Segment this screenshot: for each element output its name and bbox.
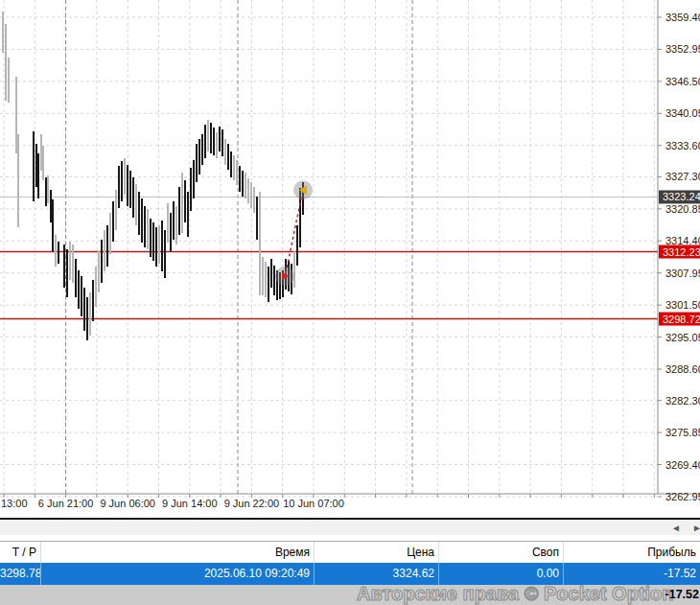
price-tick-label: 3262.95 [665, 491, 700, 502]
trading-terminal-window: 3359.403352.953346.503340.053333.603327.… [0, 0, 700, 605]
column-header-price[interactable]: Цена [315, 542, 439, 563]
time-tick-label: 13:00 [1, 498, 28, 509]
position-cell-price: 3324.62 [315, 563, 439, 585]
price-tick-label: 3301.50 [665, 299, 700, 311]
time-tick-label: 10 Jun 07:00 [283, 498, 344, 509]
position-cell-swap: 0.00 [439, 563, 564, 585]
column-header-tp[interactable]: Т / Р [0, 542, 41, 563]
price-tick-label: 3352.95 [665, 43, 700, 55]
pocket-option-watermark: Авторские права © Pocket Option [357, 584, 674, 604]
scroll-left-icon[interactable]: ◄ [671, 521, 681, 535]
trade-exit-marker[interactable] [293, 180, 313, 199]
price-tick-label: 3340.05 [665, 107, 700, 119]
position-cell-tp: 3298.78 [0, 563, 41, 585]
price-bars [3, 12, 303, 340]
time-axis-labels[interactable]: 13:006 Jun 21:009 Jun 06:009 Jun 14:009 … [1, 498, 344, 509]
time-tick-label: 9 Jun 22:00 [224, 498, 280, 509]
price-tick-label: 3359.40 [665, 12, 700, 23]
positions-table-header: Т / РВремяЦенаСвопПрибыль [0, 541, 700, 563]
column-header-swap[interactable]: Своп [439, 542, 564, 563]
price-tick-label: 3288.60 [665, 363, 700, 375]
profit-total: -17.52 [665, 588, 699, 601]
table-footer: Авторские права © Pocket Option -17.52 [0, 585, 700, 605]
price-badge-0: 3323.24 [659, 190, 700, 203]
price-tick-label: 3327.30 [665, 171, 700, 182]
column-header-time[interactable]: Время [41, 542, 315, 563]
price-badge-1: 3312.23 [659, 245, 700, 259]
price-tick-label: 3269.40 [665, 459, 700, 471]
price-chart-canvas[interactable]: 3359.403352.953346.503340.053333.603327.… [0, 0, 700, 518]
time-tick-label: 6 Jun 21:00 [38, 498, 94, 509]
price-tick-label: 3307.95 [665, 268, 700, 279]
price-tick-label: 3295.05 [665, 332, 700, 343]
period-separators [66, 0, 412, 494]
horizontal-scrollbar[interactable]: ◄ ► [0, 518, 700, 535]
svg-text:3298.72: 3298.72 [663, 314, 700, 325]
time-tick-label: 9 Jun 14:00 [162, 498, 218, 509]
position-row[interactable]: 3298.782025.06.10 09:20:493324.620.00-17… [0, 563, 700, 585]
trade-entry-marker[interactable] [275, 267, 294, 286]
positions-table: Т / РВремяЦенаСвопПрибыль 3298.782025.06… [0, 541, 700, 585]
time-tick-label: 9 Jun 06:00 [100, 498, 155, 509]
position-cell-profit: -17.52 [564, 563, 700, 585]
column-header-profit[interactable]: Прибыль [564, 542, 700, 563]
price-tick-label: 3314.40 [665, 235, 700, 246]
price-tick-label: 3282.30 [665, 395, 700, 407]
scroll-right-icon[interactable]: ► [692, 521, 700, 535]
price-tick-label: 3346.50 [665, 76, 700, 87]
price-tick-label: 3320.85 [665, 203, 700, 215]
price-badge-2: 3298.72 [659, 313, 700, 326]
price-tick-label: 3333.60 [665, 140, 700, 151]
price-tick-label: 3275.85 [665, 427, 700, 438]
position-cell-time: 2025.06.10 09:20:49 [41, 563, 315, 585]
svg-text:3312.23: 3312.23 [663, 246, 700, 258]
svg-text:3323.24: 3323.24 [663, 191, 700, 202]
